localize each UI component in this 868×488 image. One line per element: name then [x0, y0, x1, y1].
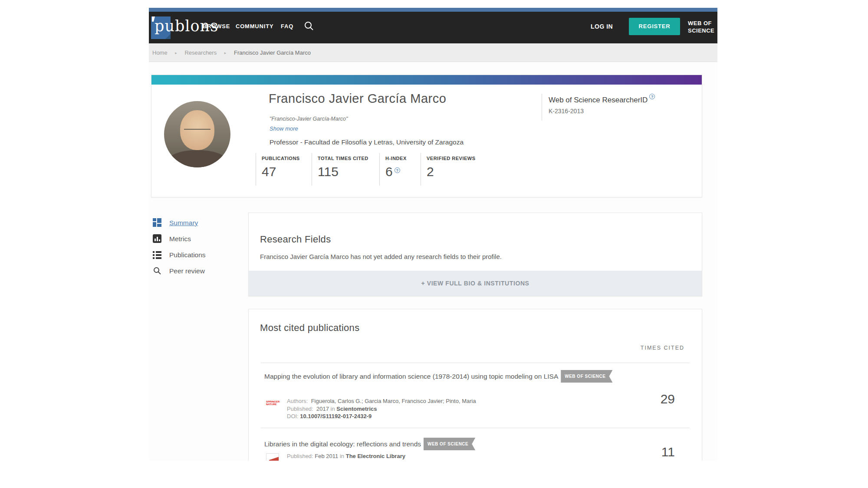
view-full-bio-button[interactable]: + VIEW FULL BIO & INSTITUTIONS — [249, 271, 702, 296]
in-word: in — [340, 453, 344, 459]
researcher-id-label: Web of Science ResearcherID? — [549, 94, 689, 105]
stat-label: VERIFIED REVIEWS — [427, 156, 494, 161]
wos-line2: SCIENCE — [688, 27, 717, 34]
breadcrumb-home[interactable]: Home — [152, 49, 168, 56]
sidebar-item-label: Summary — [169, 219, 198, 227]
publication-venue: The Electronic Library — [346, 453, 405, 459]
search-icon[interactable] — [303, 20, 315, 32]
list-icon — [153, 250, 161, 259]
research-fields-title: Research Fields — [260, 234, 331, 245]
publication-title-text: Libraries in the digital ecology: reflec… — [264, 440, 421, 448]
most-cited-publications-card: Most cited publications TIMES CITED Mapp… — [248, 309, 702, 461]
wos-line1: WEB OF — [688, 20, 717, 27]
stat-label: H-INDEX — [385, 156, 421, 161]
stat-value: 2 — [427, 164, 494, 179]
sidebar-item-label: Publications — [169, 251, 206, 259]
times-cited-value: 29 — [661, 392, 675, 406]
times-cited-column-header: TIMES CITED — [641, 345, 684, 351]
journal-cover-icon — [266, 453, 279, 461]
avatar-glasses — [184, 129, 210, 137]
stat-label: TOTAL TIMES CITED — [318, 156, 379, 161]
help-icon[interactable]: ? — [649, 94, 655, 99]
publication-title[interactable]: Mapping the evolution of library and inf… — [264, 370, 646, 383]
divider — [261, 363, 690, 363]
stat-verified-reviews: VERIFIED REVIEWS 2 — [421, 153, 494, 186]
stat-h-index: H-INDEX 6? — [379, 153, 421, 186]
main-navbar: publons BROWSE COMMUNITY FAQ LOG IN REGI… — [149, 12, 717, 43]
sidebar-item-label: Metrics — [169, 235, 191, 243]
published-date: Feb 2011 — [315, 453, 338, 459]
avatar-shoulders — [168, 150, 227, 167]
research-fields-card: Research Fields Francisco Javier García … — [248, 213, 702, 296]
springer-nature-label: SPRINGER NATURE — [266, 400, 279, 406]
sidebar-item-publications[interactable]: Publications — [153, 250, 248, 261]
research-fields-empty-text: Francisco Javier García Marco has not ye… — [260, 253, 502, 260]
page-title-researcher-name: Francisco Javier García Marco — [269, 92, 446, 106]
sidebar-item-metrics[interactable]: Metrics — [153, 234, 248, 245]
web-of-science-link[interactable]: WEB OF SCIENCE — [688, 20, 717, 34]
doi-label: DOI: — [287, 413, 299, 419]
breadcrumb-current: Francisco Javier García Marco — [234, 49, 311, 56]
profile-gradient-bar — [151, 75, 702, 85]
researcher-id-label-text: Web of Science ResearcherID — [549, 96, 648, 104]
sidebar-item-peer-review[interactable]: Peer review — [153, 266, 248, 277]
in-word: in — [331, 406, 335, 412]
web-of-science-badge: WEB OF SCIENCE — [424, 438, 475, 450]
profile-header-card: Francisco Javier García Marco "Francisco… — [151, 75, 702, 197]
sidebar-item-summary[interactable]: Summary — [153, 218, 248, 229]
login-button[interactable]: LOG IN — [591, 23, 613, 30]
publication-meta: Authors: Figuerola, Carlos G.; Garcia Ma… — [287, 397, 476, 420]
nav-item-community[interactable]: COMMUNITY — [236, 23, 273, 29]
chevron-right-icon: ▸ — [224, 51, 227, 55]
published-label: Published: — [287, 406, 313, 412]
published-date: 2017 — [316, 406, 329, 412]
publication-published-line: Published: 2017 in Scientometrics — [287, 405, 476, 413]
register-button[interactable]: REGISTER — [629, 18, 680, 35]
nav-item-browse[interactable]: BROWSE — [203, 23, 230, 29]
published-label: Published: — [287, 453, 313, 459]
publication-doi-line: DOI: 10.1007/S11192-017-2432-9 — [287, 413, 476, 420]
researcher-id-value: K-2316-2013 — [549, 108, 689, 115]
publication-title-text: Mapping the evolution of library and inf… — [264, 373, 558, 380]
show-more-link[interactable]: Show more — [270, 125, 298, 132]
publons-page: publons BROWSE COMMUNITY FAQ LOG IN REGI… — [149, 8, 717, 461]
springer-nature-icon: SPRINGER NATURE — [266, 400, 279, 412]
stat-publications: PUBLICATIONS 47 — [256, 153, 312, 186]
web-of-science-badge: WEB OF SCIENCE — [561, 370, 612, 383]
researcher-position: Professor - Facultad de Filosofía y Letr… — [270, 138, 464, 146]
doi-value: 10.1007/S11192-017-2432-9 — [300, 413, 372, 419]
stat-label: PUBLICATIONS — [262, 156, 312, 161]
dashboard-icon — [153, 218, 161, 227]
authors-value: Figuerola, Carlos G.; Garcia Marco, Fran… — [311, 398, 476, 404]
publication-meta: Published: Feb 2011 in The Electronic Li… — [287, 452, 405, 460]
help-icon[interactable]: ? — [395, 167, 400, 173]
chevron-right-icon: ▸ — [175, 51, 177, 55]
h-index-number: 6 — [385, 164, 393, 179]
stat-value: 47 — [262, 164, 312, 179]
stat-value: 6? — [385, 164, 421, 179]
publication-title[interactable]: Libraries in the digital ecology: reflec… — [264, 438, 646, 450]
publication-authors-line: Authors: Figuerola, Carlos G.; Garcia Ma… — [287, 397, 476, 405]
divider — [261, 428, 690, 428]
avatar — [164, 101, 230, 167]
publication-venue: Scientometrics — [336, 406, 377, 412]
breadcrumb: Home ▸ Researchers ▸ Francisco Javier Ga… — [149, 43, 717, 62]
nav-item-faq[interactable]: FAQ — [281, 23, 293, 29]
authors-label: Authors: — [287, 398, 308, 404]
stat-total-times-cited: TOTAL TIMES CITED 115 — [312, 153, 379, 186]
times-cited-value: 11 — [661, 445, 675, 459]
top-accent-strip — [149, 8, 717, 12]
sidebar-item-label: Peer review — [169, 267, 205, 275]
breadcrumb-researchers[interactable]: Researchers — [184, 49, 217, 56]
journal-cover-art — [269, 456, 279, 461]
search-icon — [153, 266, 161, 275]
researcher-alias: "Francisco-Javier García-Marco" — [270, 116, 348, 122]
researcher-id-block: Web of Science ResearcherID? K-2316-2013 — [542, 94, 689, 121]
publications-card-title: Most cited publications — [260, 322, 359, 334]
stat-value: 115 — [318, 164, 379, 179]
bar-chart-icon — [153, 234, 161, 243]
publication-published-line: Published: Feb 2011 in The Electronic Li… — [287, 452, 405, 460]
